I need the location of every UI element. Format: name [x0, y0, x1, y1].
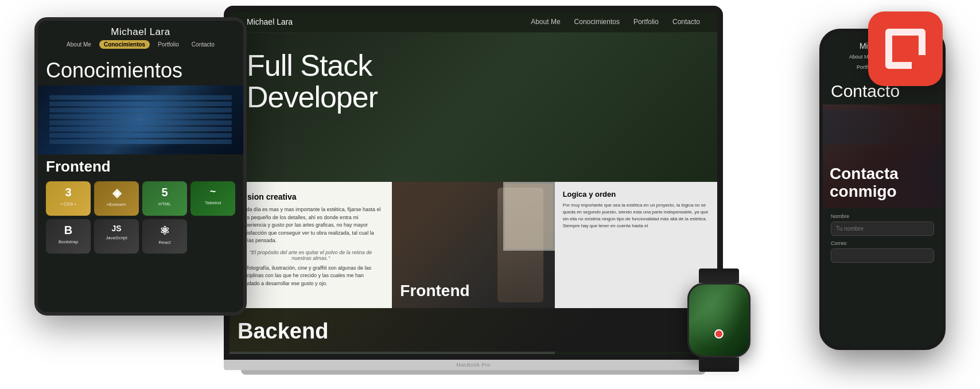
css-label: • CSS •: [61, 201, 76, 207]
macbook-hero: Full StackDeveloper: [230, 33, 717, 182]
tablet-nav-conocimientos[interactable]: Conocimientos: [99, 40, 150, 49]
macbook-screen: Michael Lara About Me Conocimientos Port…: [224, 6, 723, 360]
tech-card-css: 3 • CSS •: [46, 181, 91, 216]
tailwind-label: Tailwind: [205, 200, 221, 205]
watch-band-bottom: [699, 357, 739, 372]
phone-hero: Contactaconmigo: [823, 104, 942, 208]
macbook-card-frontend: Frontend: [392, 182, 554, 308]
react-label: React: [159, 240, 171, 245]
react-icon: ⚛: [160, 224, 170, 238]
macbook-base: [224, 360, 723, 370]
watch-pin: [714, 329, 724, 339]
emmet-label: «Emmet»: [107, 202, 126, 207]
tech-card-react: ⚛ React: [142, 219, 187, 254]
correo-input[interactable]: [831, 248, 934, 263]
nombre-input[interactable]: [831, 221, 934, 236]
bootstrap-icon: B: [64, 224, 72, 237]
watch-screen: [689, 285, 749, 356]
vision-body2: La fotografía, ilustración, cine y graff…: [240, 264, 382, 288]
tablet-nav-contacto[interactable]: Contacto: [187, 40, 219, 49]
tech-card-tailwind: ~ Tailwind: [190, 181, 235, 216]
tech-card-html: 5 HTML: [142, 181, 187, 216]
tablet-page-title: Conocimientos: [38, 56, 243, 85]
macbook-card-backend: Backend: [230, 308, 717, 352]
tech-grid: 3 • CSS • ◈ «Emmet» 5 HTML ~ Tailwind B: [38, 178, 243, 257]
watch-device: [682, 269, 756, 360]
vision-quote: "El propósito del arte es quitar el polv…: [240, 250, 382, 261]
logic-body: Por muy importante que sea la estética e…: [563, 202, 709, 229]
emmet-icon: ◈: [112, 186, 121, 200]
correo-label: Correo: [831, 240, 934, 246]
html-icon: 5: [161, 186, 168, 199]
phone-hero-text: Contactaconmigo: [830, 165, 899, 201]
macbook-card-vision: Vision creativa Cada día es mas y mas im…: [230, 182, 392, 308]
tablet-nav-about[interactable]: About Me: [62, 40, 96, 49]
logic-title: Logica y orden: [563, 190, 709, 199]
macbook-logo: Michael Lara: [247, 17, 293, 26]
tablet-header: Michael Lara About Me Conocimientos Port…: [38, 21, 243, 56]
macbook-device: Michael Lara About Me Conocimientos Port…: [224, 6, 723, 375]
js-icon: JS: [111, 224, 121, 233]
css-icon: 3: [65, 186, 71, 199]
nombre-label: Nombre: [831, 213, 934, 219]
phone-form: Nombre Correo: [823, 208, 942, 273]
tablet-nav: About Me Conocimientos Portfolio Contact…: [45, 38, 236, 52]
tablet-title: Michael Lara: [45, 26, 236, 38]
macbook-content: Michael Lara About Me Conocimientos Port…: [230, 11, 717, 354]
vision-title: Vision creativa: [240, 192, 382, 201]
js-label: JavaScript: [106, 235, 127, 240]
macbook-hero-text: Full StackDeveloper: [247, 50, 378, 112]
macbook-nav-about[interactable]: About Me: [531, 18, 560, 26]
tech-card-js: JS JavaScript: [94, 219, 139, 254]
tablet-section-title: Frontend: [38, 154, 243, 178]
macbook-backend-label: Backend: [238, 319, 328, 344]
macbook-frontend-label: Frontend: [400, 282, 469, 300]
macbook-nav-portfolio[interactable]: Portfolio: [633, 18, 659, 26]
tablet-nav-portfolio[interactable]: Portfolio: [153, 40, 184, 49]
macbook-nav-contacto[interactable]: Contacto: [672, 18, 700, 26]
app-icon-frame: [885, 29, 925, 69]
macbook-navbar: Michael Lara About Me Conocimientos Port…: [230, 11, 717, 33]
tailwind-icon: ~: [210, 186, 216, 198]
macbook-cards-row2: Backend: [230, 308, 717, 354]
vision-body: Cada día es mas y mas importante la esté…: [240, 206, 382, 245]
tech-card-emmet: ◈ «Emmet»: [94, 181, 139, 216]
macbook-cards-row1: Vision creativa Cada día es mas y mas im…: [230, 182, 717, 308]
app-icon[interactable]: [868, 11, 943, 86]
bootstrap-label: Bootstrap: [59, 239, 78, 244]
macbook-filler: [230, 352, 555, 355]
tablet-device: Michael Lara About Me Conocimientos Port…: [34, 17, 247, 316]
watch-body: [687, 283, 750, 357]
macbook-nav-links: About Me Conocimientos Portfolio Contact…: [531, 18, 700, 26]
tech-card-bootstrap: B Bootstrap: [46, 219, 91, 254]
macbook-nav-conocimientos[interactable]: Conocimientos: [574, 18, 620, 26]
macbook-foot: [241, 370, 706, 375]
watch-band-top: [699, 269, 739, 283]
scene: Michael Lara About Me Conocimientos Port…: [0, 0, 980, 389]
tablet-hero-image: [38, 85, 243, 154]
html-label: HTML: [158, 201, 171, 207]
